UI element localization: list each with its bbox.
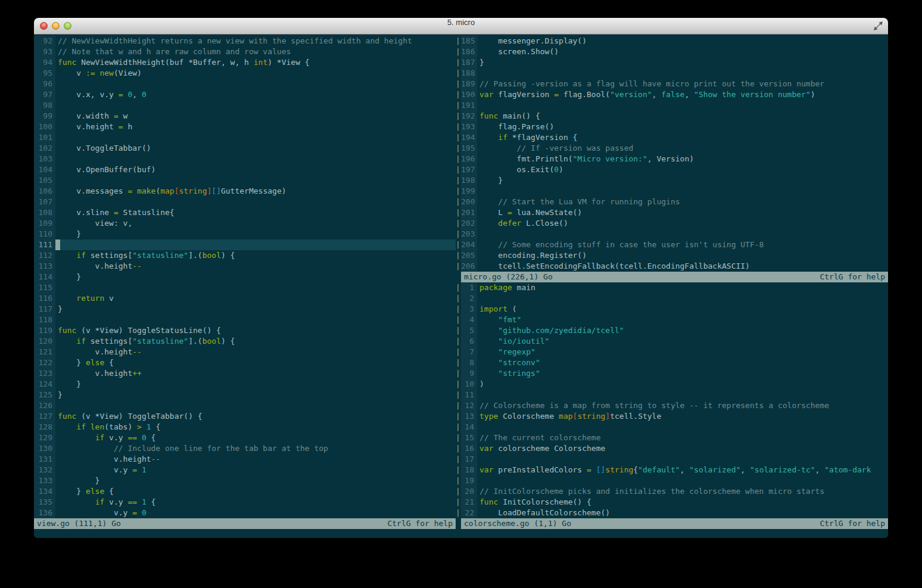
code-line[interactable]: 105: [34, 175, 456, 186]
code-line[interactable]: 110 }: [34, 229, 456, 239]
zoom-button[interactable]: [64, 22, 71, 30]
code-line[interactable]: |12// Colorscheme is a map from string t…: [456, 400, 888, 411]
code-line[interactable]: |17: [456, 454, 888, 465]
code-line[interactable]: 122 } else {: [34, 357, 456, 368]
code-line[interactable]: |203: [456, 229, 888, 239]
code-line[interactable]: |192func main() {: [456, 111, 888, 122]
code-line[interactable]: |198 }: [456, 175, 888, 186]
code-segment: package: [479, 283, 512, 292]
code-line[interactable]: 109 view: v,: [34, 218, 456, 229]
code-line[interactable]: 128 if len(tabs) > 1 {: [34, 422, 456, 433]
code-line[interactable]: |1package main: [456, 282, 888, 293]
code-line[interactable]: |14: [456, 422, 888, 433]
code-line[interactable]: |206 tcell.SetEncodingFallback(tcell.Enc…: [456, 261, 888, 272]
code-line[interactable]: 124 }: [34, 379, 456, 390]
code-line[interactable]: 106 v.messages = make(map[string][]Gutte…: [34, 186, 456, 197]
code-line[interactable]: |22 LoadDefaultColorscheme(): [456, 508, 888, 518]
code-line[interactable]: |202 defer L.Close(): [456, 218, 888, 229]
code-line[interactable]: |7 "regexp": [456, 347, 888, 357]
code-line[interactable]: |15// The current colorscheme: [456, 433, 888, 443]
code-line[interactable]: 95 v := new(View): [34, 68, 456, 79]
code-line[interactable]: 129 if v.y == 0 {: [34, 433, 456, 443]
code-line[interactable]: |2: [456, 293, 888, 304]
code-line[interactable]: |6 "io/ioutil": [456, 336, 888, 347]
code-line[interactable]: 117}: [34, 304, 456, 315]
code-line[interactable]: |18var preInstalledColors = []string{"de…: [456, 465, 888, 475]
code-line[interactable]: 104 v.OpenBuffer(buf): [34, 164, 456, 175]
code-line[interactable]: |187}: [456, 57, 888, 68]
code-line-current[interactable]: 111: [34, 239, 456, 250]
code-line[interactable]: 123 v.height++: [34, 368, 456, 379]
line-number: 133: [34, 475, 55, 486]
code-line[interactable]: 103: [34, 154, 456, 164]
code-line[interactable]: |196 fmt.Println("Micro version:", Versi…: [456, 154, 888, 164]
code-line[interactable]: 92// NewViewWidthHeight returns a new vi…: [34, 36, 456, 46]
code-line[interactable]: 102 v.ToggleTabbar(): [34, 143, 456, 154]
code-line[interactable]: 118: [34, 315, 456, 325]
code-line[interactable]: 99 v.width = w: [34, 111, 456, 122]
code-line[interactable]: 126: [34, 400, 456, 411]
code-line[interactable]: 113 v.height--: [34, 261, 456, 272]
code-line[interactable]: |205 encoding.Register(): [456, 250, 888, 261]
titlebar[interactable]: 5. micro: [34, 18, 888, 35]
code-line[interactable]: 136 v.y = 0: [34, 508, 456, 518]
code-line[interactable]: |188: [456, 68, 888, 79]
code-line[interactable]: |5 "github.com/zyedidia/tcell": [456, 325, 888, 336]
code-line[interactable]: |190var flagVersion = flag.Bool("version…: [456, 89, 888, 100]
code-line[interactable]: |195 // If -version was passed: [456, 143, 888, 154]
code-line[interactable]: |3import (: [456, 304, 888, 315]
code-line[interactable]: |8 "strconv": [456, 357, 888, 368]
code-line[interactable]: |204 // Some encoding stuff in case the …: [456, 239, 888, 250]
code-line[interactable]: 96: [34, 79, 456, 89]
code-line[interactable]: 107: [34, 197, 456, 207]
code-line[interactable]: |191: [456, 100, 888, 111]
code-line[interactable]: |13type Colorscheme map[string]tcell.Sty…: [456, 411, 888, 422]
code-line[interactable]: |11: [456, 390, 888, 400]
code-line[interactable]: 116 return v: [34, 293, 456, 304]
code-line[interactable]: |201 L = lua.NewState(): [456, 207, 888, 218]
code-line[interactable]: 93// Note that w and h are raw column an…: [34, 46, 456, 57]
code-line[interactable]: 134 } else {: [34, 486, 456, 497]
minimize-button[interactable]: [52, 22, 60, 30]
code-line[interactable]: |20// InitColorscheme picks and initiali…: [456, 486, 888, 497]
code-line[interactable]: |200 // Start the Lua VM for running plu…: [456, 197, 888, 207]
fullscreen-icon[interactable]: [873, 21, 883, 31]
code-line[interactable]: |197 os.Exit(0): [456, 164, 888, 175]
code-line[interactable]: |10): [456, 379, 888, 390]
code-line[interactable]: 127func (v *View) ToggleTabbar() {: [34, 411, 456, 422]
code-line[interactable]: 132 v.y = 1: [34, 465, 456, 475]
code-line[interactable]: |193 flag.Parse(): [456, 122, 888, 132]
code-line[interactable]: |21func InitColorscheme() {: [456, 497, 888, 508]
line-number: 132: [34, 465, 55, 475]
code-line[interactable]: 135 if v.y == 1 {: [34, 497, 456, 508]
code-line[interactable]: 121 v.height--: [34, 347, 456, 357]
code-line[interactable]: 98: [34, 100, 456, 111]
pane-right-split[interactable]: |185 messenger.Display()|186 screen.Show…: [456, 35, 888, 538]
code-line[interactable]: 97 v.x, v.y = 0, 0: [34, 89, 456, 100]
code-line[interactable]: |194 if *flagVersion {: [456, 132, 888, 143]
code-line[interactable]: 114 }: [34, 272, 456, 282]
code-line[interactable]: 108 v.sline = Statusline{: [34, 207, 456, 218]
statusbar-micro-go: micro.go (226,1) Go CtrlG for help: [461, 272, 888, 282]
code-line[interactable]: 125}: [34, 390, 456, 400]
code-line[interactable]: 112 if settings["statusline"].(bool) {: [34, 250, 456, 261]
code-line[interactable]: |19: [456, 475, 888, 486]
code-line[interactable]: 94func NewViewWidthHeight(buf *Buffer, w…: [34, 57, 456, 68]
code-line[interactable]: |189// Passing -version as a flag will h…: [456, 79, 888, 89]
code-line[interactable]: 115: [34, 282, 456, 293]
pane-view-go[interactable]: 92// NewViewWidthHeight returns a new vi…: [34, 35, 456, 538]
code-line[interactable]: 101: [34, 132, 456, 143]
code-line[interactable]: 133 }: [34, 475, 456, 486]
code-line[interactable]: 120 if settings["statusline"].(bool) {: [34, 336, 456, 347]
code-line[interactable]: 131 v.height--: [34, 454, 456, 465]
code-line[interactable]: |9 "strings": [456, 368, 888, 379]
code-line[interactable]: |16var colorscheme Colorscheme: [456, 443, 888, 454]
code-line[interactable]: |4 "fmt": [456, 315, 888, 325]
close-button[interactable]: [40, 22, 48, 30]
code-line[interactable]: 119func (v *View) ToggleStatusLine() {: [34, 325, 456, 336]
code-line[interactable]: 130 // Include one line for the tab bar …: [34, 443, 456, 454]
code-line[interactable]: |186 screen.Show(): [456, 46, 888, 57]
code-line[interactable]: |185 messenger.Display(): [456, 36, 888, 46]
code-line[interactable]: 100 v.height = h: [34, 122, 456, 132]
code-line[interactable]: |199: [456, 186, 888, 197]
